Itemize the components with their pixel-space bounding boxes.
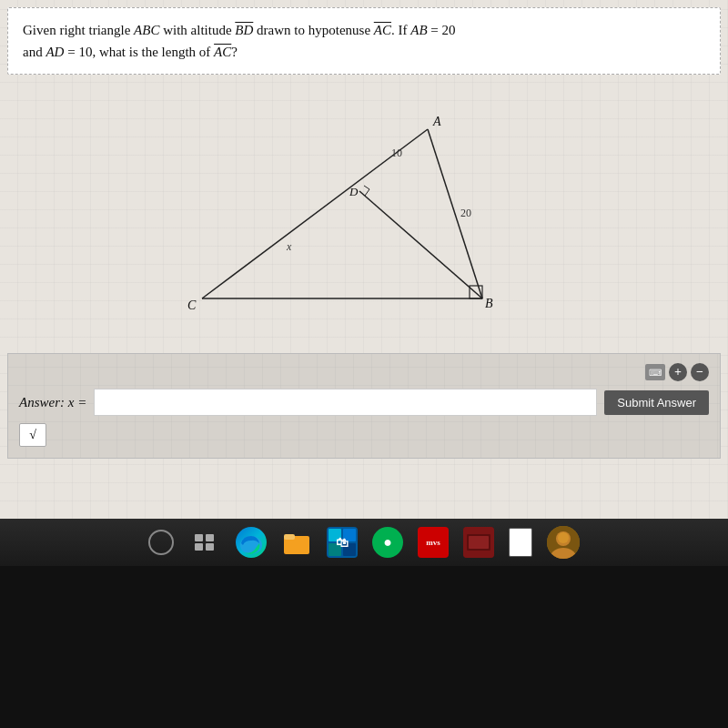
label-10: 10 [391, 147, 402, 159]
taskbar-folder-icon[interactable] [281, 527, 312, 558]
question-box: Given right triangle ABC with altitude B… [7, 7, 721, 75]
svg-rect-10 [206, 543, 214, 551]
answer-toolbar: ⌨ + − [19, 363, 709, 381]
taskbar-avatar-icon[interactable] [547, 526, 580, 559]
svg-line-0 [428, 129, 482, 298]
question-text: Given right triangle ABC with altitude B… [23, 19, 705, 63]
label-C: C [187, 298, 197, 312]
answer-section: ⌨ + − Answer: x = Submit Answer √ [7, 353, 721, 459]
triangle-diagram: A B C D 10 20 x [146, 91, 582, 346]
answer-row: Answer: x = Submit Answer [19, 389, 709, 416]
screen: Given right triangle ABC with altitude B… [0, 0, 728, 728]
svg-point-26 [558, 532, 569, 543]
svg-rect-7 [195, 534, 203, 541]
label-D: D [349, 185, 359, 198]
question-part1: Given right triangle ABC with altitude B… [23, 23, 456, 37]
svg-rect-8 [206, 534, 214, 541]
taskbar-taskview-icon[interactable] [188, 526, 221, 559]
taskbar-blank-page-icon[interactable] [509, 528, 532, 557]
check-symbol: √ [29, 428, 36, 442]
main-content: Given right triangle ABC with altitude B… [0, 0, 728, 519]
check-button[interactable]: √ [19, 423, 46, 447]
label-20: 20 [460, 207, 471, 219]
label-B: B [485, 297, 493, 310]
svg-line-5 [364, 186, 369, 189]
keyboard-icon[interactable]: ⌨ [645, 364, 665, 380]
label-A: A [432, 115, 441, 128]
question-part2: and AD = 10, what is the length of AC? [23, 45, 238, 59]
taskbar-store-icon[interactable]: 🛍 [327, 527, 358, 558]
svg-text:🛍: 🛍 [336, 536, 349, 550]
svg-rect-9 [195, 543, 203, 551]
taskbar: 🛍 ● mvs [0, 519, 728, 566]
svg-rect-22 [469, 536, 489, 549]
answer-label: Answer: x = [19, 395, 86, 410]
taskbar-red-app-icon[interactable] [463, 527, 494, 558]
taskbar-search-icon[interactable] [148, 530, 174, 555]
taskbar-teams-icon[interactable]: ● [372, 527, 403, 558]
label-x: x [286, 240, 292, 253]
taskbar-mvs-icon[interactable]: mvs [418, 527, 449, 558]
answer-input[interactable] [94, 389, 597, 416]
diagram-area: A B C D 10 20 x [0, 82, 728, 346]
plus-button[interactable]: + [669, 363, 687, 381]
bottom-area [0, 566, 728, 728]
svg-rect-13 [284, 534, 295, 540]
taskbar-edge-icon[interactable] [236, 527, 267, 558]
submit-button[interactable]: Submit Answer [604, 390, 709, 415]
minus-button[interactable]: − [691, 363, 709, 381]
svg-line-6 [365, 189, 369, 196]
